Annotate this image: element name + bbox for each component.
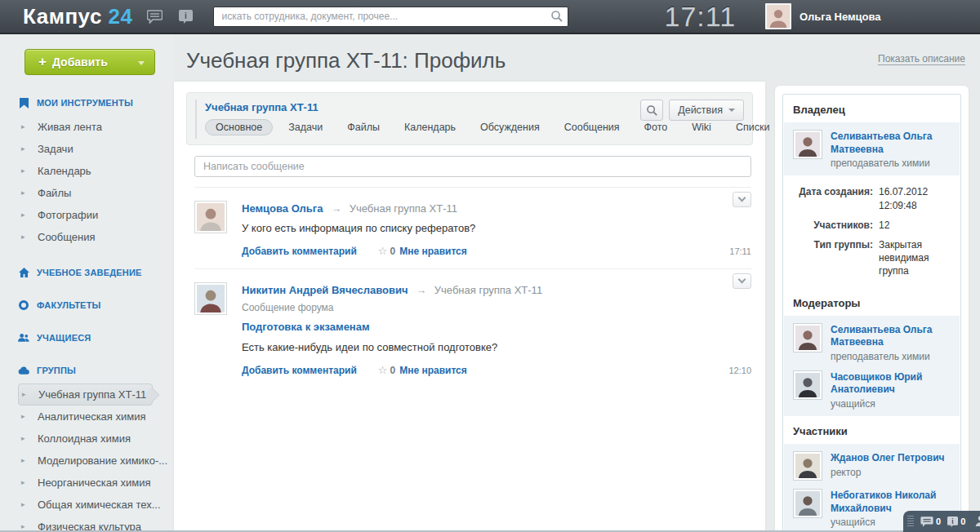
like-link[interactable]: Мне нравится bbox=[399, 365, 467, 376]
tab-lists[interactable]: Списки bbox=[727, 119, 778, 135]
arrow-right-icon: → bbox=[331, 202, 341, 215]
add-button[interactable]: + Добавить bbox=[24, 49, 155, 75]
sidebar-section-groups[interactable]: ГРУППЫ bbox=[0, 364, 174, 377]
dock-info[interactable]: i 0 bbox=[947, 516, 965, 527]
like-control[interactable]: ☆ 0 Мне нравится bbox=[378, 364, 467, 376]
sidebar-item-general-chemical-tech[interactable]: ▸Общая химическая тех... bbox=[18, 494, 159, 516]
sidebar-item-files[interactable]: ▸Файлы bbox=[18, 182, 159, 204]
post-kind: Сообщение форума bbox=[242, 302, 751, 313]
like-control[interactable]: ☆ 0 Мне нравится bbox=[378, 245, 467, 257]
sidebar-item-photos[interactable]: ▸Фотографии bbox=[18, 204, 159, 226]
triangle-right-icon: ▸ bbox=[21, 233, 25, 241]
post-author-link[interactable]: Немцова Ольга bbox=[242, 202, 323, 215]
tab-discussions[interactable]: Обсуждения bbox=[471, 119, 549, 135]
cloud-icon bbox=[18, 365, 29, 376]
person-name-link[interactable]: Селивантьева Ольга Матвеевна bbox=[831, 324, 951, 349]
avatar[interactable] bbox=[793, 130, 822, 159]
moderator-card: Селивантьева Ольга Матвеевна преподавате… bbox=[784, 316, 960, 369]
person-name-link[interactable]: Часовщиков Юрий Анатолиевич bbox=[831, 371, 951, 397]
tab-files[interactable]: Файлы bbox=[338, 119, 389, 135]
field-value: 12 bbox=[873, 219, 952, 232]
info-icon: i bbox=[947, 516, 958, 527]
sidebar-item-analytical-chemistry[interactable]: ▸Аналитическая химия bbox=[18, 406, 159, 428]
sidebar-item-messages[interactable]: ▸Сообщения bbox=[18, 226, 159, 248]
sidebar-section-faculties[interactable]: ФАКУЛЬТЕТЫ bbox=[0, 299, 174, 312]
actions-button[interactable]: Действия bbox=[669, 100, 744, 121]
post-author-link[interactable]: Никитин Андрей Вячеславович bbox=[242, 284, 408, 296]
chevron-down-icon bbox=[738, 276, 746, 284]
post-target-link[interactable]: Учебная группа ХТ-11 bbox=[434, 284, 542, 296]
avatar[interactable] bbox=[793, 451, 822, 481]
sidebar-section-students[interactable]: УЧАЩИЕСЯ bbox=[0, 331, 174, 344]
person-name-link[interactable]: Жданов Олег Петрович bbox=[831, 452, 944, 465]
triangle-right-icon: ▸ bbox=[21, 479, 25, 486]
post-target-link[interactable]: Учебная группа ХТ-11 bbox=[350, 202, 457, 215]
tab-messages[interactable]: Сообщения bbox=[555, 119, 629, 135]
user-name: Ольга Немцова bbox=[800, 11, 881, 23]
drag-handle-icon[interactable] bbox=[907, 516, 914, 527]
members-heading: Участники bbox=[783, 416, 960, 444]
post-menu-button[interactable] bbox=[733, 273, 751, 289]
person-role: преподаватель химии bbox=[831, 157, 951, 170]
sidebar-item-group-ht11[interactable]: ▸Учебная группа ХТ-11 bbox=[18, 383, 153, 406]
activity-feed: Немцова Ольга → Учебная группа ХТ-11 У к… bbox=[194, 187, 751, 388]
add-button-label: Добавить bbox=[52, 55, 108, 69]
main-content: Учебная группа ХТ-11 Основное Задачи Фай… bbox=[174, 82, 765, 532]
avatar[interactable] bbox=[194, 201, 227, 233]
avatar[interactable] bbox=[793, 323, 822, 352]
like-link[interactable]: Мне нравится bbox=[399, 246, 467, 257]
sidebar-item-physical-culture[interactable]: ▸Физическая культура bbox=[18, 516, 159, 532]
sidebar-item-live-feed[interactable]: ▸Живая лента bbox=[18, 116, 159, 138]
composer-input[interactable] bbox=[194, 156, 751, 177]
owner-card: Селивантьева Ольга Матвеевна преподавате… bbox=[784, 122, 960, 175]
chevron-down-icon bbox=[738, 194, 746, 202]
person-name-link[interactable]: Селивантьева Ольга Матвеевна bbox=[831, 131, 951, 156]
post-menu-button[interactable] bbox=[733, 192, 751, 207]
sidebar-section-label: ФАКУЛЬТЕТЫ bbox=[37, 300, 101, 310]
sidebar-section-label: МОИ ИНСТРУМЕНТЫ bbox=[37, 98, 133, 108]
field-value: 16.07.2012 12:09:48 bbox=[873, 185, 952, 211]
triangle-right-icon: ▸ bbox=[21, 211, 25, 219]
notification-dock: 0 i 0 bbox=[903, 511, 980, 532]
tab-photo[interactable]: Фото bbox=[635, 119, 677, 135]
tab-wiki[interactable]: Wiki bbox=[683, 119, 720, 135]
messages-icon[interactable] bbox=[146, 8, 164, 24]
add-comment-link[interactable]: Добавить комментарий bbox=[242, 365, 357, 376]
add-comment-link[interactable]: Добавить комментарий bbox=[242, 246, 357, 257]
dock-messages[interactable]: 0 bbox=[920, 516, 941, 527]
tab-calendar[interactable]: Календарь bbox=[395, 119, 465, 135]
arrow-right-icon: → bbox=[416, 284, 426, 296]
sidebar-item-tasks[interactable]: ▸Задачи bbox=[18, 138, 159, 160]
topbar: Кампус 24 i 17:11 Ольга Немцова bbox=[0, 0, 980, 34]
info-icon[interactable]: i bbox=[177, 8, 195, 24]
group-avatar[interactable] bbox=[195, 100, 197, 139]
dock-info-count: 0 bbox=[960, 516, 965, 526]
group-title-link[interactable]: Учебная группа ХТ-11 bbox=[205, 101, 318, 113]
sidebar-item-inorganic-chemistry[interactable]: ▸Неорганическая химия bbox=[18, 472, 159, 494]
dock-person-icon[interactable] bbox=[975, 515, 980, 526]
sidebar-item-calendar[interactable]: ▸Календарь bbox=[18, 160, 159, 182]
actions-button-label: Действия bbox=[678, 104, 723, 116]
caret-down-icon bbox=[138, 61, 145, 65]
global-search-input[interactable] bbox=[213, 7, 568, 27]
sidebar-item-modeling[interactable]: ▸Моделирование химико-... bbox=[18, 450, 159, 472]
forum-topic-link[interactable]: Подготовка к экзаменам bbox=[242, 321, 370, 333]
show-description-link[interactable]: Показать описание bbox=[878, 53, 965, 65]
search-icon[interactable] bbox=[550, 10, 564, 26]
tab-tasks[interactable]: Задачи bbox=[279, 119, 332, 135]
current-user[interactable]: Ольга Немцова bbox=[765, 3, 881, 29]
sidebar-section-my-tools[interactable]: МОИ ИНСТРУМЕНТЫ bbox=[0, 96, 174, 109]
avatar[interactable] bbox=[194, 282, 227, 315]
tab-main[interactable]: Основное bbox=[205, 119, 273, 135]
group-search-button[interactable] bbox=[640, 100, 663, 121]
field-row: Тип группы: Закрытая невидимая группа bbox=[788, 238, 952, 278]
app-logo[interactable]: Кампус 24 bbox=[23, 4, 133, 29]
sidebar-section-institution[interactable]: УЧЕБНОЕ ЗАВЕДЕНИЕ bbox=[0, 266, 174, 279]
star-icon: ☆ bbox=[378, 245, 388, 257]
avatar[interactable] bbox=[793, 370, 822, 400]
avatar[interactable] bbox=[793, 489, 822, 518]
person-role: учащийся bbox=[831, 397, 951, 410]
clock: 17:11 bbox=[665, 1, 737, 33]
member-card: Жданов Олег Петрович ректор bbox=[784, 444, 960, 486]
sidebar-item-colloid-chemistry[interactable]: ▸Коллоидная химия bbox=[18, 428, 159, 450]
